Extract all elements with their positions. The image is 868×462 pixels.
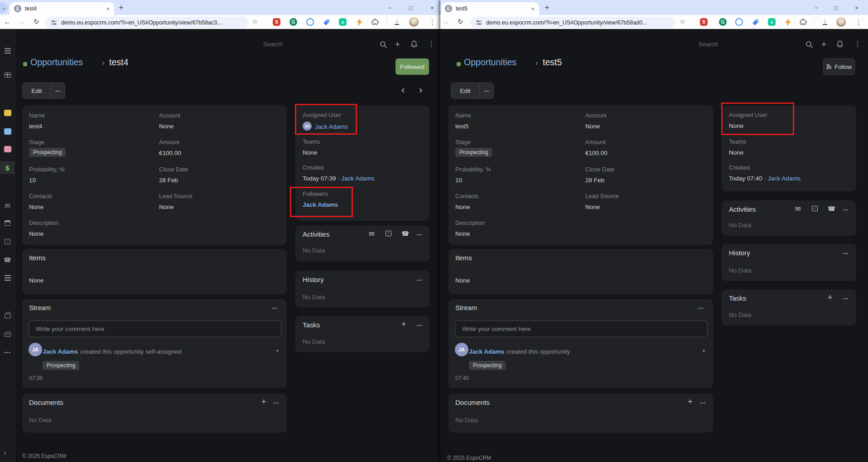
record-more-button[interactable]: ••• xyxy=(51,83,65,99)
sidebar-item-leads[interactable] xyxy=(0,143,15,156)
site-settings-icon[interactable] xyxy=(51,19,57,26)
arrow-extension-icon[interactable]: ∧ xyxy=(768,18,776,26)
sidebar-item-accounts[interactable] xyxy=(0,107,15,119)
tasks-kebab-icon[interactable]: ••• xyxy=(417,324,423,327)
new-tab-button[interactable]: + xyxy=(545,3,550,13)
sidebar-item-calls[interactable]: ☎ xyxy=(0,253,15,266)
loupe-extension-icon[interactable] xyxy=(735,18,743,26)
profile-avatar[interactable] xyxy=(836,17,846,27)
stream-post-caret-icon[interactable]: ▾ xyxy=(276,349,279,353)
sidebar-item-tasks[interactable] xyxy=(0,272,15,284)
tag-extension-icon[interactable] xyxy=(323,18,330,26)
browser-menu-icon[interactable]: ⋮ xyxy=(855,19,862,25)
sidebar-item-contacts[interactable] xyxy=(0,125,15,138)
sidebar-collapse-chevron[interactable]: › xyxy=(4,449,6,457)
grammarly-extension-icon[interactable]: G xyxy=(719,18,727,26)
edit-button[interactable]: Edit xyxy=(451,83,479,99)
quick-create-icon[interactable]: + xyxy=(395,40,400,49)
sidebar-item-meetings[interactable]: ✓ xyxy=(0,235,15,248)
downloads-button[interactable]: ↓ xyxy=(821,18,829,25)
sidebar-item-emails[interactable]: ✉ xyxy=(0,199,15,212)
tab-search-chevron-icon[interactable]: ⌄ xyxy=(0,2,8,13)
sidebar-item-documents[interactable] xyxy=(0,328,15,340)
window-minimize-button[interactable]: − xyxy=(383,3,396,13)
history-kebab-icon[interactable]: ••• xyxy=(843,252,849,255)
edit-button[interactable]: Edit xyxy=(22,83,51,99)
quick-create-icon[interactable]: + xyxy=(821,40,826,49)
global-search-input[interactable]: Search xyxy=(699,41,718,48)
window-minimize-button[interactable]: − xyxy=(810,3,823,13)
crm-menu-kebab-icon[interactable]: ⋮ xyxy=(854,40,861,48)
tab-close-icon[interactable]: × xyxy=(106,5,110,12)
back-button[interactable]: ← xyxy=(4,18,11,25)
activities-kebab-icon[interactable]: ••• xyxy=(843,208,849,212)
documents-add-icon[interactable]: + xyxy=(688,398,693,406)
sidebar-item-calendar[interactable] xyxy=(0,217,15,229)
author-name[interactable]: Jack Adams xyxy=(469,348,504,355)
extensions-puzzle-icon[interactable] xyxy=(800,18,807,26)
activities-kebab-icon[interactable]: ••• xyxy=(417,233,423,237)
window-maximize-button[interactable]: □ xyxy=(405,3,417,13)
forward-button[interactable]: → xyxy=(442,18,449,25)
documents-kebab-icon[interactable]: ••• xyxy=(274,401,280,405)
reload-button[interactable]: ↻ xyxy=(34,18,39,25)
schedule-meeting-icon[interactable]: ✓ xyxy=(386,231,391,236)
log-call-icon[interactable]: ☎ xyxy=(401,230,409,237)
next-record-chevron[interactable]: › xyxy=(419,85,422,95)
breadcrumb-entity-link[interactable]: Opportunities xyxy=(30,58,83,67)
tasks-add-icon[interactable]: + xyxy=(401,320,406,328)
site-settings-icon[interactable] xyxy=(476,19,482,26)
compose-email-icon[interactable]: ✉ xyxy=(369,230,375,237)
window-close-button[interactable]: × xyxy=(850,3,863,13)
stream-kebab-icon[interactable]: ••• xyxy=(698,306,704,310)
stream-post-author-link[interactable]: Jack Adams xyxy=(43,349,78,355)
log-call-icon[interactable]: ☎ xyxy=(828,205,835,212)
followed-button[interactable]: Followed xyxy=(395,58,429,75)
downloads-button[interactable]: ↓ xyxy=(393,18,400,25)
extensions-puzzle-icon[interactable] xyxy=(371,18,379,26)
stream-post-caret-icon[interactable]: ▾ xyxy=(703,349,705,353)
new-tab-button[interactable]: + xyxy=(119,3,124,13)
seo-extension-icon[interactable]: S xyxy=(700,18,708,26)
lightning-extension-icon[interactable] xyxy=(356,18,363,26)
global-search-input[interactable]: Search xyxy=(263,41,283,48)
window-close-button[interactable]: × xyxy=(426,3,439,13)
arrow-extension-icon[interactable]: ∧ xyxy=(339,18,347,26)
schedule-meeting-icon[interactable]: ✓ xyxy=(812,206,818,211)
sidebar-item-more[interactable]: ••• xyxy=(0,346,15,359)
browser-tab[interactable]: E test4 × xyxy=(10,2,114,15)
profile-avatar[interactable] xyxy=(409,17,419,27)
reload-button[interactable]: ↻ xyxy=(458,18,463,25)
stream-kebab-icon[interactable]: ••• xyxy=(272,306,278,310)
stream-post-author-link[interactable]: Jack Adams xyxy=(469,349,504,355)
sidebar-item-home[interactable] xyxy=(0,68,15,81)
documents-kebab-icon[interactable]: ••• xyxy=(700,401,706,405)
tag-extension-icon[interactable] xyxy=(752,18,759,26)
tab-close-icon[interactable]: × xyxy=(531,5,535,12)
notifications-bell-icon[interactable] xyxy=(836,40,844,49)
crm-menu-kebab-icon[interactable]: ⋮ xyxy=(428,40,435,48)
tasks-add-icon[interactable]: + xyxy=(828,293,833,302)
window-restore-button[interactable]: □ xyxy=(830,3,843,13)
sidebar-item-opportunities[interactable]: $ xyxy=(0,161,15,174)
notifications-bell-icon[interactable] xyxy=(410,40,418,49)
address-bar[interactable]: demo.eu.espocrm.com/?l=en_US#Opportunity… xyxy=(45,17,248,28)
bookmark-star-icon[interactable]: ☆ xyxy=(252,18,258,25)
browser-tab[interactable]: E test5 × xyxy=(441,2,539,15)
search-icon[interactable] xyxy=(380,41,387,50)
sidebar-item-cases[interactable] xyxy=(0,310,15,322)
grammarly-extension-icon[interactable]: G xyxy=(289,18,297,26)
author-name[interactable]: Jack Adams xyxy=(43,348,78,355)
created-by-link[interactable]: Jack Adams xyxy=(342,175,375,182)
tasks-kebab-icon[interactable]: ••• xyxy=(843,297,849,301)
documents-add-icon[interactable]: + xyxy=(261,398,266,406)
record-more-button[interactable]: ••• xyxy=(479,83,494,99)
browser-menu-icon[interactable]: ⋮ xyxy=(429,19,436,25)
history-kebab-icon[interactable]: ••• xyxy=(417,278,423,282)
forward-button[interactable]: → xyxy=(18,18,25,25)
compose-email-icon[interactable]: ✉ xyxy=(795,205,801,212)
comment-input[interactable] xyxy=(455,321,708,337)
created-by-link[interactable]: Jack Adams xyxy=(768,175,801,182)
address-bar[interactable]: demo.eu.espocrm.com/?l=en_US#Opportunity… xyxy=(470,17,675,28)
follow-button[interactable]: Follow xyxy=(823,58,855,75)
